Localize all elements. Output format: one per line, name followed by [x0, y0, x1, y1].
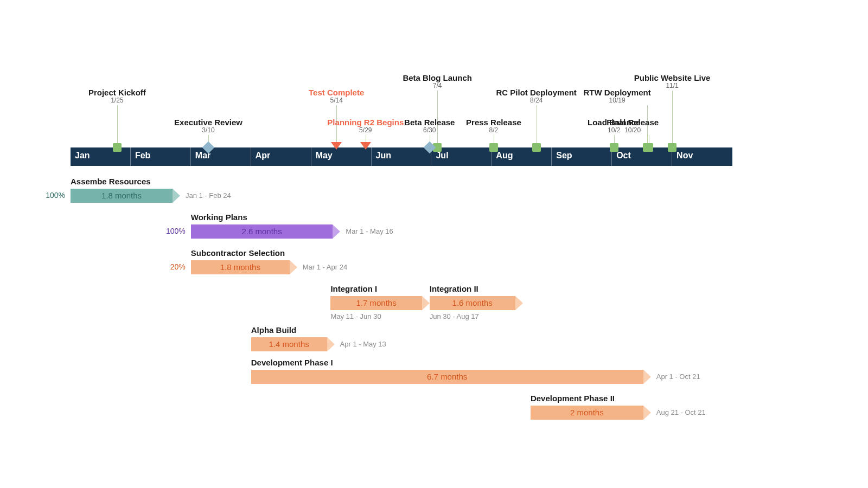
- milestone-triangle-icon: [331, 142, 342, 150]
- month-tick: [190, 147, 191, 166]
- milestone-date: 3/10: [202, 126, 214, 134]
- milestone-label: Final Release: [607, 118, 659, 127]
- task-bar: 6.7 months: [251, 370, 651, 384]
- month-tick: [551, 147, 552, 166]
- task-bar: 1.4 months: [251, 337, 335, 351]
- task-duration: 2 months: [531, 406, 643, 420]
- month-label: Jul: [436, 151, 448, 160]
- milestone-date: 5/29: [359, 126, 372, 134]
- milestone-stem: [614, 135, 615, 143]
- milestone-square-icon: [610, 143, 618, 152]
- task-bar: 1.8 months: [191, 260, 297, 274]
- milestone-label: Public Website Live: [634, 73, 711, 82]
- milestone-label: RTW Deployment: [583, 88, 650, 97]
- task-duration: 1.6 months: [430, 296, 515, 310]
- milestone-stem: [117, 105, 118, 143]
- month-label: Oct: [616, 151, 631, 160]
- milestone-date: 8/2: [489, 126, 499, 134]
- task-percent: 20%: [158, 262, 186, 271]
- task-bar: 2 months: [531, 406, 651, 420]
- milestone-date: 10/19: [609, 97, 626, 104]
- task-bar: 1.7 months: [330, 296, 429, 310]
- task-duration: 1.8 months: [191, 260, 290, 274]
- milestone-label: Planning R2 Begins: [327, 118, 404, 127]
- milestone-stem: [494, 135, 494, 143]
- milestone-date: 1/25: [111, 97, 123, 104]
- milestone-date: 8/24: [530, 97, 542, 104]
- milestone-label: Test Complete: [309, 88, 364, 97]
- milestone-label: Beta Blog Launch: [403, 73, 472, 82]
- milestone-stem: [537, 105, 537, 143]
- task-bar: 1.8 months: [71, 189, 180, 203]
- month-label: Nov: [676, 151, 693, 160]
- task-bar: 1.6 months: [430, 296, 523, 310]
- month-tick: [311, 147, 311, 166]
- milestone-triangle-icon: [360, 142, 371, 150]
- month-tick: [371, 147, 372, 166]
- task-percent: 100%: [38, 191, 65, 200]
- month-label: Jan: [75, 151, 90, 160]
- task-range: Mar 1 - Apr 24: [303, 263, 347, 271]
- milestone-date: 11/1: [666, 82, 678, 89]
- month-tick: [251, 147, 251, 166]
- task-title: Integration II: [430, 284, 478, 293]
- task-title: Development Phase II: [531, 394, 615, 403]
- task-duration: 1.7 months: [330, 296, 422, 310]
- task-range: Apr 1 - Oct 21: [656, 373, 700, 381]
- task-duration: 6.7 months: [251, 370, 643, 384]
- task-duration: 2.6 months: [191, 224, 333, 239]
- milestone-date: 6/30: [423, 126, 436, 134]
- milestone-label: Project Kickoff: [88, 88, 146, 97]
- task-range: May 11 - Jun 30: [330, 312, 381, 320]
- task-title: Assembe Resources: [71, 177, 151, 186]
- milestone-label: RC Pilot Deployment: [496, 88, 576, 97]
- task-title: Integration I: [330, 284, 377, 293]
- task-title: Working Plans: [191, 213, 247, 222]
- task-bar: 2.6 months: [191, 224, 340, 239]
- milestone-date: 10/2: [608, 126, 620, 134]
- milestone-date: 10/20: [624, 126, 641, 134]
- task-range: Jan 1 - Feb 24: [186, 191, 231, 200]
- milestone-stem: [437, 91, 438, 143]
- task-title: Subcontractor Selection: [191, 248, 285, 258]
- month-label: Jun: [376, 151, 391, 160]
- milestone-label: Beta Release: [404, 118, 455, 127]
- milestone-stem: [672, 91, 673, 143]
- task-range: Aug 21 - Oct 21: [656, 408, 706, 416]
- month-label: Apr: [256, 151, 271, 160]
- task-title: Development Phase I: [251, 358, 333, 367]
- task-range: Apr 1 - May 13: [340, 340, 386, 348]
- month-label: Aug: [496, 151, 513, 160]
- milestone-date: 5/14: [330, 97, 342, 104]
- task-duration: 1.8 months: [71, 189, 173, 203]
- month-label: Sep: [556, 151, 572, 160]
- month-label: May: [316, 151, 333, 160]
- timeline-axis: JanFebMarAprMayJunJulAugSepOctNov: [71, 147, 732, 166]
- month-label: Feb: [135, 151, 150, 160]
- milestone-label: Executive Review: [174, 118, 242, 127]
- task-title: Alpha Build: [251, 325, 296, 335]
- milestone-stem: [649, 135, 649, 143]
- milestone-square-icon: [668, 143, 676, 152]
- task-range: Jun 30 - Aug 17: [430, 312, 479, 320]
- task-percent: 100%: [158, 227, 186, 235]
- milestone-square-icon: [644, 143, 653, 152]
- milestone-label: Press Release: [466, 118, 521, 127]
- task-range: Mar 1 - May 16: [346, 227, 393, 235]
- milestone-square-icon: [113, 143, 122, 152]
- milestone-square-icon: [489, 143, 498, 152]
- task-duration: 1.4 months: [251, 337, 327, 351]
- milestone-square-icon: [532, 143, 541, 152]
- month-tick: [130, 147, 131, 166]
- milestone-date: 7/4: [433, 82, 442, 89]
